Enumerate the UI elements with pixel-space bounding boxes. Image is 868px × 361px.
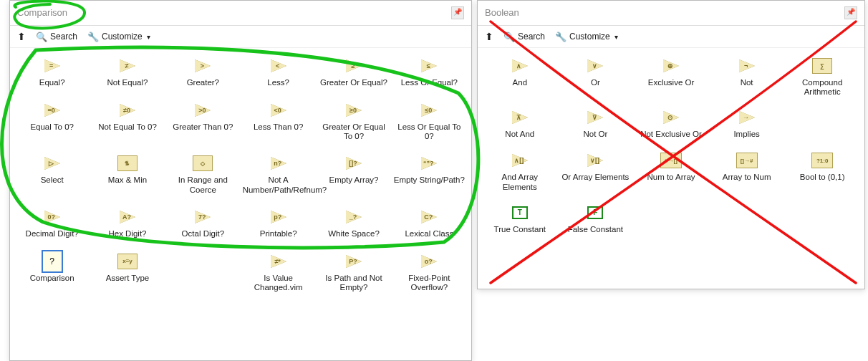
comparison-item-greater[interactable]: >Greater? [165, 58, 241, 88]
equal-to-0-icon: =0 [42, 102, 63, 118]
comparison-item-less-or-equal[interactable]: ≤Less Or Equal? [392, 58, 467, 88]
comparison-item-comparison[interactable]: ?Comparison [14, 254, 90, 292]
item-label: Array to Num [723, 173, 771, 183]
not-and-icon: ⊼ [509, 110, 531, 125]
comparison-item-equal-to-0[interactable]: =0Equal To 0? [14, 102, 90, 141]
search-button[interactable]: Search [503, 32, 545, 42]
search-button[interactable]: Search [36, 32, 77, 42]
comparison-item-max-min[interactable]: ⇅Max & Min [90, 155, 165, 194]
boolean-item-compound-arithmetic[interactable]: ∑Compound Arithmetic [784, 58, 860, 97]
comparison-icon: ? [42, 254, 63, 269]
comparison-item-hex-digit[interactable]: A?Hex Digit? [90, 209, 165, 239]
comparison-item-not-a-number-path-refnum[interactable]: n?Not A Number/Path/Refnum? [241, 155, 316, 194]
pin-icon[interactable]: 📌 [451, 6, 464, 19]
empty-array-icon: []? [343, 155, 365, 171]
boolean-item-false-constant[interactable]: FFalse Constant [558, 205, 634, 235]
less-or-equal-icon: ≤ [418, 58, 440, 74]
boolean-item-num-to-array[interactable]: #→[]Num to Array [633, 153, 709, 191]
not-a-number-path-refnum-icon: n? [268, 155, 289, 171]
lexical-class-icon: C? [418, 209, 440, 225]
boolean-item-and[interactable]: ∧And [482, 58, 558, 97]
item-label: Empty String/Path? [394, 175, 465, 186]
item-label: Not A Number/Path/Refnum? [243, 175, 314, 194]
comparison-item-greater-than-0[interactable]: >0Greater Than 0? [165, 102, 241, 141]
item-label: Or Array Elements [561, 173, 629, 183]
item-label: True Constant [494, 225, 546, 235]
customize-label: Customize [569, 32, 610, 42]
comparison-item-empty-array[interactable]: []?Empty Array? [316, 155, 391, 194]
comparison-item-is-path-and-not-empty[interactable]: P?Is Path and Not Empty? [316, 254, 391, 292]
item-label: Printable? [260, 229, 297, 239]
comparison-item-is-value-changed-vim[interactable]: ≠*Is Value Changed.vim [241, 254, 316, 292]
comparison-item-select[interactable]: ▷Select [14, 155, 90, 194]
up-button[interactable] [17, 31, 26, 42]
and-icon: ∧ [509, 58, 531, 74]
true-constant-icon: T [509, 205, 531, 221]
greater-or-equal-to-0-icon: ≥0 [343, 102, 365, 118]
boolean-item-not-exclusive-or[interactable]: ⊙Not Exclusive Or [633, 110, 709, 140]
item-label: Is Value Changed.vim [243, 274, 314, 292]
comparison-grid: =Equal?≠Not Equal?>Greater?<Less?≥Greate… [10, 48, 471, 299]
comparison-item-assert-type[interactable]: x≡yAssert Type [90, 254, 165, 292]
boolean-item-implies[interactable]: →Implies [709, 110, 785, 140]
up-button[interactable] [485, 31, 493, 42]
item-label: Select [41, 175, 64, 186]
comparison-item-equal[interactable]: =Equal? [14, 58, 90, 88]
boolean-item-not[interactable]: ¬Not [709, 58, 785, 97]
boolean-item-bool-to-0-1[interactable]: ?1:0Bool to (0,1) [784, 153, 860, 191]
boolean-item-or[interactable]: ∨Or [558, 58, 634, 97]
comparison-item-empty-string-path[interactable]: “”?Empty String/Path? [392, 155, 467, 194]
pin-icon[interactable]: 📌 [844, 6, 857, 19]
boolean-item-and-array-elements[interactable]: ∧[]And Array Elements [482, 153, 558, 191]
item-label: And [513, 78, 527, 88]
comparison-item-less-or-equal-to-0[interactable]: ≤0Less Or Equal To 0? [392, 102, 467, 141]
boolean-palette: Boolean 📌 Search Customize ∧And∨Or⊕Exclu… [477, 0, 865, 289]
not-exclusive-or-icon: ⊙ [660, 110, 682, 125]
up-icon [17, 31, 26, 42]
customize-button[interactable]: Customize [87, 32, 150, 42]
customize-button[interactable]: Customize [555, 32, 618, 42]
item-label: Greater Or Equal? [320, 78, 387, 88]
item-label: Fixed-Point Overflow? [393, 274, 465, 292]
array-to-num-icon: []→# [736, 153, 758, 168]
max-min-icon: ⇅ [117, 155, 138, 171]
boolean-item-not-and[interactable]: ⊼Not And [482, 110, 558, 140]
comparison-item-less[interactable]: <Less? [241, 58, 316, 88]
boolean-item-exclusive-or[interactable]: ⊕Exclusive Or [633, 58, 709, 97]
comparison-item-printable[interactable]: p?Printable? [241, 209, 316, 239]
comparison-item-fixed-point-overflow[interactable]: o?Fixed-Point Overflow? [392, 254, 467, 292]
boolean-item-not-or[interactable]: ⊽Not Or [558, 110, 634, 140]
comparison-item-in-range-and-coerce[interactable]: ◇In Range and Coerce [165, 155, 241, 194]
item-label: Max & Min [108, 175, 147, 186]
comparison-item-greater-or-equal-to-0[interactable]: ≥0Greater Or Equal To 0? [316, 102, 391, 141]
not-icon: ¬ [736, 58, 758, 74]
exclusive-or-icon: ⊕ [660, 58, 682, 74]
boolean-item-true-constant[interactable]: TTrue Constant [482, 205, 558, 235]
is-path-and-not-empty-icon: P? [343, 254, 365, 269]
comparison-item-not-equal-to-0[interactable]: ≠0Not Equal To 0? [90, 102, 165, 141]
in-range-and-coerce-icon: ◇ [192, 155, 213, 171]
item-label: Not [741, 78, 753, 88]
not-equal-to-0-icon: ≠0 [117, 102, 138, 118]
item-label: Not Equal To 0? [98, 122, 157, 133]
item-label: Less Or Equal To 0? [393, 122, 465, 141]
item-label: Is Path and Not Empty? [318, 274, 390, 292]
comparison-item-not-equal[interactable]: ≠Not Equal? [90, 58, 165, 88]
boolean-item-or-array-elements[interactable]: ∨[]Or Array Elements [558, 153, 634, 191]
boolean-title-bar: Boolean 📌 [478, 1, 864, 26]
item-label: Bool to (0,1) [800, 173, 845, 183]
assert-type-icon: x≡y [117, 254, 138, 269]
is-value-changed-vim-icon: ≠* [268, 254, 289, 269]
comparison-item-greater-or-equal[interactable]: ≥Greater Or Equal? [316, 58, 391, 88]
item-label: Not And [505, 130, 534, 140]
comparison-item-lexical-class[interactable]: C?Lexical Class [392, 209, 467, 239]
comparison-item-decimal-digit[interactable]: 0?Decimal Digit? [14, 209, 90, 239]
comparison-item-octal-digit[interactable]: 7?Octal Digit? [165, 209, 241, 239]
comparison-item-white-space[interactable]: _?White Space? [316, 209, 391, 239]
equal-icon: = [42, 58, 63, 74]
item-label: Hex Digit? [108, 229, 146, 239]
decimal-digit-icon: 0? [42, 209, 63, 225]
comparison-item-less-than-0[interactable]: <0Less Than 0? [241, 102, 316, 141]
boolean-item-array-to-num[interactable]: []→#Array to Num [709, 153, 785, 191]
comparison-title: Comparison [17, 1, 67, 25]
